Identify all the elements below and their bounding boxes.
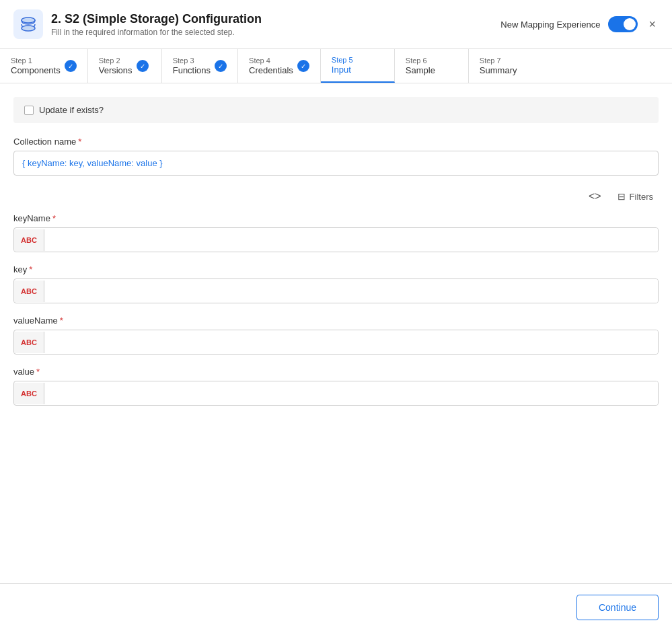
step4-number: Step 4 — [249, 57, 293, 65]
step3-name: Functions — [173, 65, 211, 75]
step4-name: Credentials — [249, 65, 293, 75]
code-button[interactable]: <> — [586, 188, 604, 205]
svg-point-1 — [22, 26, 35, 31]
new-mapping-label: New Mapping Experience — [500, 20, 600, 30]
step2-name: Versions — [99, 65, 133, 75]
new-mapping-toggle[interactable] — [608, 16, 638, 32]
step-item-summary[interactable]: Step 7 Summary — [469, 49, 543, 83]
key-input-row: ABC — [13, 279, 659, 303]
value-required: * — [36, 367, 40, 377]
key-input[interactable] — [44, 279, 658, 303]
keyname-input[interactable] — [44, 228, 658, 252]
continue-button[interactable]: Continue — [576, 595, 659, 620]
value-label: value * — [13, 367, 659, 377]
keyname-abc-badge: ABC — [14, 229, 44, 251]
update-exists-row: Update if exists? — [13, 97, 659, 123]
step1-number: Step 1 — [11, 57, 61, 65]
step-item-versions[interactable]: Step 2 Versions ✓ — [88, 49, 162, 83]
key-label: key * — [13, 264, 659, 274]
header: 2. S2 (Simple Storage) Configuration Fil… — [0, 0, 672, 49]
header-title: 2. S2 (Simple Storage) Configuration — [51, 12, 262, 26]
step5-name: Input — [332, 65, 353, 75]
value-group: value * ABC — [13, 367, 659, 406]
value-input-row: ABC — [13, 381, 659, 406]
keyname-required: * — [52, 213, 56, 223]
steps-nav: Step 1 Components ✓ Step 2 Versions ✓ St… — [0, 49, 672, 83]
step3-number: Step 3 — [173, 57, 211, 65]
collection-name-label: Collection name * — [13, 137, 659, 147]
valuename-input[interactable] — [44, 330, 658, 354]
key-required: * — [29, 264, 32, 274]
step6-name: Sample — [406, 65, 435, 75]
svg-point-0 — [22, 17, 35, 23]
collection-name-required: * — [78, 137, 81, 147]
update-exists-checkbox[interactable] — [24, 106, 34, 115]
step-item-components[interactable]: Step 1 Components ✓ — [0, 49, 88, 83]
toolbar-row: <> ⊟ Filters — [13, 188, 659, 205]
modal-container: 2. S2 (Simple Storage) Configuration Fil… — [0, 0, 672, 631]
step3-check: ✓ — [215, 60, 227, 72]
step5-number: Step 5 — [332, 56, 353, 64]
step7-name: Summary — [480, 65, 517, 75]
filter-label: Filters — [630, 192, 653, 202]
collection-name-input[interactable] — [13, 151, 659, 176]
content-area: Update if exists? Collection name * <> ⊟… — [0, 83, 672, 583]
step7-number: Step 7 — [480, 57, 517, 65]
valuename-group: valueName * ABC — [13, 316, 659, 355]
key-abc-badge: ABC — [14, 281, 44, 302]
keyname-input-row: ABC — [13, 227, 659, 252]
step-item-sample[interactable]: Step 6 Sample — [395, 49, 469, 83]
keyname-label: keyName * — [13, 213, 659, 223]
step2-check: ✓ — [137, 60, 149, 72]
step4-check: ✓ — [297, 60, 309, 72]
step6-number: Step 6 — [406, 57, 435, 65]
step2-number: Step 2 — [99, 57, 133, 65]
valuename-abc-badge: ABC — [14, 332, 44, 353]
filter-button[interactable]: ⊟ Filters — [612, 188, 659, 205]
valuename-input-row: ABC — [13, 330, 659, 355]
valuename-required: * — [60, 316, 63, 326]
header-right: New Mapping Experience × — [500, 15, 659, 34]
step-item-input[interactable]: Step 5 Input — [321, 49, 395, 83]
app-icon — [13, 9, 43, 39]
key-group: key * ABC — [13, 264, 659, 303]
filter-icon: ⊟ — [618, 191, 626, 202]
header-title-group: 2. S2 (Simple Storage) Configuration Fil… — [51, 12, 262, 37]
step1-check: ✓ — [65, 60, 77, 72]
header-left: 2. S2 (Simple Storage) Configuration Fil… — [13, 9, 262, 39]
keyname-group: keyName * ABC — [13, 213, 659, 252]
step-item-functions[interactable]: Step 3 Functions ✓ — [162, 49, 238, 83]
footer: Continue — [0, 583, 672, 631]
step-item-credentials[interactable]: Step 4 Credentials ✓ — [238, 49, 321, 83]
close-button[interactable]: × — [646, 15, 659, 34]
step1-name: Components — [11, 65, 61, 75]
value-input[interactable] — [44, 381, 658, 405]
value-abc-badge: ABC — [14, 383, 44, 404]
update-exists-label: Update if exists? — [39, 105, 104, 115]
header-subtitle: Fill in the required information for the… — [51, 28, 262, 37]
code-icon: <> — [589, 190, 601, 202]
collection-name-group: Collection name * — [13, 137, 659, 176]
valuename-label: valueName * — [13, 316, 659, 326]
